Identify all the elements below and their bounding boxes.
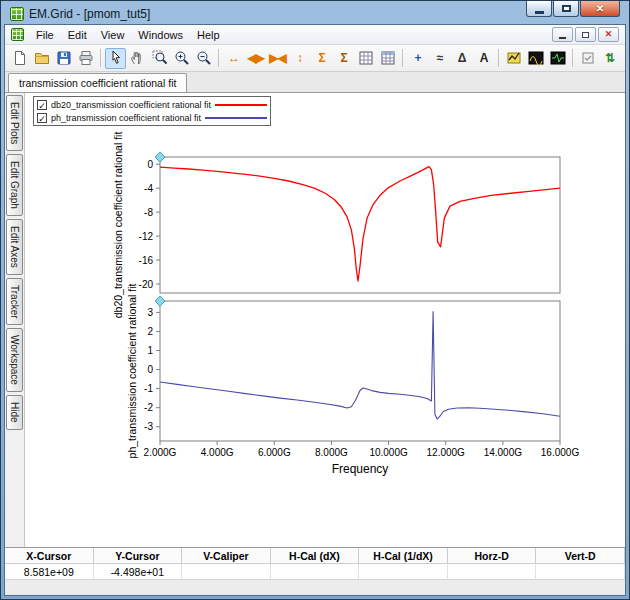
mdi-buttons: ✕ xyxy=(552,27,621,42)
legend-label: ph_transmission coefficient rational fit xyxy=(51,113,201,123)
edit-curve-button[interactable]: ≈ xyxy=(429,48,450,69)
text-label-button[interactable]: A xyxy=(473,48,494,69)
open-button[interactable] xyxy=(31,48,52,69)
toolbar-separator xyxy=(100,49,101,67)
side-tab-hide[interactable]: Hide xyxy=(6,395,23,430)
minimize-button[interactable] xyxy=(526,1,552,17)
panel-button[interactable] xyxy=(621,48,626,69)
toolbar: ↔◀▶▶◀↕ΣΣ+≈ΔA⇅⇄Layout xyxy=(5,45,625,72)
zoom-x-button[interactable]: ▶◀ xyxy=(267,48,288,69)
svg-text:0: 0 xyxy=(147,364,153,375)
zoom-window-button[interactable] xyxy=(149,48,170,69)
svg-text:-12: -12 xyxy=(139,231,154,242)
toolbar-separator xyxy=(402,49,403,67)
side-tab-edit-graph[interactable]: Edit Graph xyxy=(6,154,23,216)
svg-text:-2: -2 xyxy=(144,402,153,413)
menu-bar: FileEditViewWindowsHelp ✕ xyxy=(5,25,625,45)
autoscale-y-button[interactable]: Σ xyxy=(311,48,332,69)
svg-text:Frequency: Frequency xyxy=(332,462,389,476)
status-header-v-caliper: V-Caliper xyxy=(182,548,271,564)
svg-text:8.000G: 8.000G xyxy=(315,447,348,458)
minimize-icon xyxy=(535,11,544,14)
legend-label: db20_transmission coefficient rational f… xyxy=(51,100,211,110)
status-header-horz-d: Horz-D xyxy=(448,548,537,564)
status-value-1: -4.498e+01 xyxy=(94,564,183,579)
maximize-button[interactable] xyxy=(553,1,579,17)
mdi-restore-icon xyxy=(582,32,589,38)
delta-caliper-button[interactable]: Δ xyxy=(451,48,472,69)
legend-item[interactable]: ✓ph_transmission coefficient rational fi… xyxy=(37,111,267,124)
close-button[interactable]: ✕ xyxy=(580,1,620,17)
side-tab-edit-axes[interactable]: Edit Axes xyxy=(6,219,23,275)
waveform-view-button[interactable] xyxy=(547,48,568,69)
expand-vertical-button[interactable]: ⇅ xyxy=(599,48,620,69)
tab-transmission-coefficient[interactable]: transmission coefficient rational fit xyxy=(8,73,187,92)
full-scale-x-button[interactable]: ↔ xyxy=(223,48,244,69)
new-button[interactable] xyxy=(9,48,30,69)
side-tab-edit-plots[interactable]: Edit Plots xyxy=(6,95,23,151)
side-tab-tracker[interactable]: Tracker xyxy=(6,278,23,326)
zoom-in-button[interactable] xyxy=(171,48,192,69)
side-tab-label: Edit Axes xyxy=(9,226,20,268)
side-tab-workspace[interactable]: Workspace xyxy=(6,328,23,392)
svg-text:db20_transmission coefficient: db20_transmission coefficient rational f… xyxy=(112,132,124,319)
data-table-button[interactable] xyxy=(377,48,398,69)
pan-button[interactable] xyxy=(127,48,148,69)
svg-text:2.000G: 2.000G xyxy=(144,447,177,458)
mdi-close-button[interactable]: ✕ xyxy=(598,27,619,42)
svg-text:-3: -3 xyxy=(144,421,153,432)
side-tab-label: Edit Graph xyxy=(9,161,20,209)
main-content: Edit PlotsEdit GraphEdit AxesTrackerWork… xyxy=(5,93,625,547)
print-button[interactable] xyxy=(75,48,96,69)
grid-button[interactable] xyxy=(355,48,376,69)
eye-diagram-button[interactable] xyxy=(525,48,546,69)
svg-text:16.000G: 16.000G xyxy=(541,447,580,458)
svg-text:1: 1 xyxy=(147,345,153,356)
side-tab-label: Edit Plots xyxy=(9,102,20,144)
checkbox-tool-button[interactable] xyxy=(577,48,598,69)
menu-help[interactable]: Help xyxy=(190,27,227,43)
scroll-x-button[interactable]: ◀▶ xyxy=(245,48,266,69)
svg-text:0: 0 xyxy=(147,159,153,170)
select-pointer-button[interactable] xyxy=(105,48,126,69)
toolbar-separator xyxy=(572,49,573,67)
svg-text:14.000G: 14.000G xyxy=(484,447,523,458)
mdi-minimize-button[interactable] xyxy=(552,27,573,42)
menu-view[interactable]: View xyxy=(94,27,132,43)
autoscale-all-button[interactable]: Σ xyxy=(333,48,354,69)
app-icon xyxy=(10,7,24,21)
side-tab-label: Tracker xyxy=(9,285,20,319)
menu-items: FileEditViewWindowsHelp xyxy=(29,29,227,41)
svg-text:ph_transmission coefficient ra: ph_transmission coefficient rational fit xyxy=(126,283,138,458)
svg-text:10.000G: 10.000G xyxy=(369,447,408,458)
app-window: EM.Grid - [pmom_tut5] ✕ FileEditViewWind… xyxy=(0,0,630,600)
chart-canvas[interactable]: 0-4-8-12-16-20db20_transmission coeffici… xyxy=(110,145,590,485)
full-scale-y-button[interactable]: ↕ xyxy=(289,48,310,69)
side-tab-label: Workspace xyxy=(9,335,20,385)
maximize-icon xyxy=(562,5,571,12)
status-value-2 xyxy=(182,564,271,579)
svg-text:3: 3 xyxy=(147,307,153,318)
svg-text:-8: -8 xyxy=(144,207,153,218)
menu-file[interactable]: File xyxy=(29,27,61,43)
menu-edit[interactable]: Edit xyxy=(61,27,94,43)
mdi-minimize-icon xyxy=(559,37,566,39)
close-icon: ✕ xyxy=(596,3,604,14)
legend-item[interactable]: ✓db20_transmission coefficient rational … xyxy=(37,98,267,111)
save-button[interactable] xyxy=(53,48,74,69)
legend-checkbox[interactable]: ✓ xyxy=(37,113,47,123)
add-marker-button[interactable]: + xyxy=(407,48,428,69)
mdi-restore-button[interactable] xyxy=(575,27,596,42)
toolbar-separator xyxy=(498,49,499,67)
menu-windows[interactable]: Windows xyxy=(131,27,190,43)
status-value-5 xyxy=(448,564,537,579)
svg-text:-16: -16 xyxy=(139,255,154,266)
marker-style-button[interactable] xyxy=(503,48,524,69)
legend-checkbox[interactable]: ✓ xyxy=(37,100,47,110)
status-header-x-cursor: X-Cursor xyxy=(5,548,94,564)
legend-line-sample xyxy=(205,117,267,119)
legend: ✓db20_transmission coefficient rational … xyxy=(33,96,271,126)
titlebar[interactable]: EM.Grid - [pmom_tut5] ✕ xyxy=(4,1,626,24)
zoom-out-button[interactable] xyxy=(193,48,214,69)
status-value-3 xyxy=(271,564,360,579)
